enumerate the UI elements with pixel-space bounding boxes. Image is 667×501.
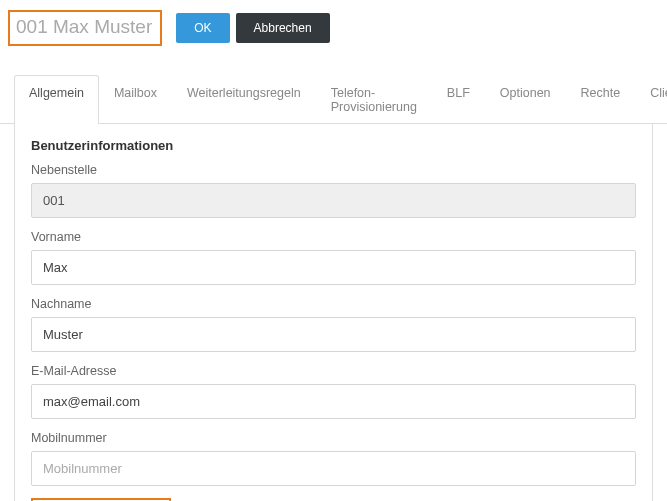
form: Nebenstelle Vorname Nachname E-Mail-Adre… <box>15 163 652 501</box>
tab-client[interactable]: Client <box>635 75 667 124</box>
tab-allgemein[interactable]: Allgemein <box>14 75 99 124</box>
field-firstname: Vorname <box>31 230 636 285</box>
tab-rechte[interactable]: Rechte <box>566 75 636 124</box>
ok-button[interactable]: OK <box>176 13 229 43</box>
input-extension[interactable] <box>31 183 636 218</box>
input-lastname[interactable] <box>31 317 636 352</box>
tab-weiterleitungsregeln[interactable]: Weiterleitungsregeln <box>172 75 316 124</box>
label-lastname: Nachname <box>31 297 636 311</box>
tab-bar: Allgemein Mailbox Weiterleitungsregeln T… <box>0 74 667 124</box>
input-firstname[interactable] <box>31 250 636 285</box>
cancel-button[interactable]: Abbrechen <box>236 13 330 43</box>
page-title: 001 Max Muster <box>8 10 162 46</box>
field-email: E-Mail-Adresse <box>31 364 636 419</box>
panel-allgemein: Benutzerinformationen Nebenstelle Vornam… <box>14 124 653 501</box>
header-bar: 001 Max Muster OK Abbrechen <box>0 0 667 64</box>
section-title: Benutzerinformationen <box>15 124 652 163</box>
label-firstname: Vorname <box>31 230 636 244</box>
input-email[interactable] <box>31 384 636 419</box>
label-extension: Nebenstelle <box>31 163 636 177</box>
field-lastname: Nachname <box>31 297 636 352</box>
label-email: E-Mail-Adresse <box>31 364 636 378</box>
action-buttons: OK Abbrechen <box>176 13 329 43</box>
input-mobile[interactable] <box>31 451 636 486</box>
label-mobile: Mobilnummer <box>31 431 636 445</box>
tab-blf[interactable]: BLF <box>432 75 485 124</box>
field-extension: Nebenstelle <box>31 163 636 218</box>
tab-telefon-provisionierung[interactable]: Telefon-Provisionierung <box>316 75 432 124</box>
field-mobile: Mobilnummer <box>31 431 636 486</box>
tab-optionen[interactable]: Optionen <box>485 75 566 124</box>
tab-mailbox[interactable]: Mailbox <box>99 75 172 124</box>
